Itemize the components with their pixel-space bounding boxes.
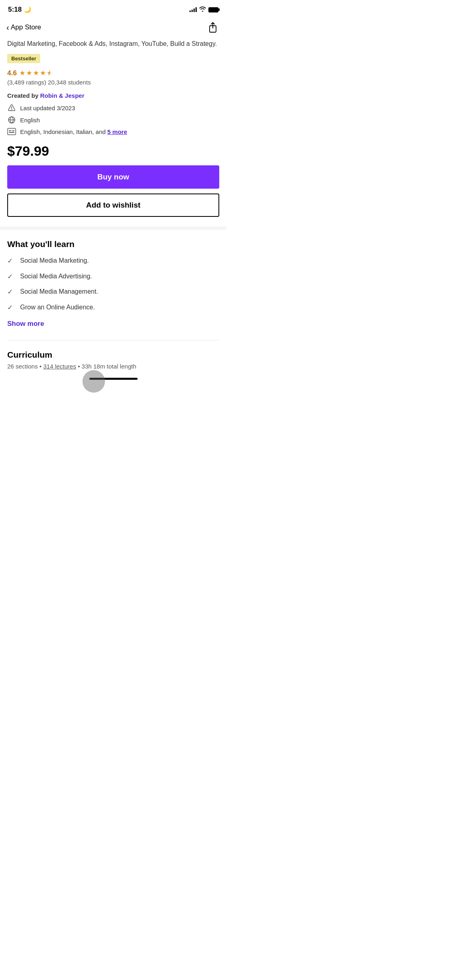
learn-section: What you'll learn ✓ Social Media Marketi… (0, 239, 226, 340)
language-text: English (20, 117, 40, 124)
learn-item-text: Social Media Advertising. (20, 272, 92, 281)
curriculum-divider (7, 340, 219, 340)
last-updated-row: Last updated 3/2023 (7, 104, 219, 112)
alert-icon (7, 104, 16, 112)
list-item: ✓ Social Media Marketing. (7, 256, 219, 265)
share-button[interactable] (206, 20, 220, 35)
star-1: ★ (19, 69, 25, 77)
svg-rect-5 (9, 132, 14, 133)
captions-icon (7, 128, 16, 135)
list-item: ✓ Social Media Management. (7, 287, 219, 296)
captions-more-link[interactable]: 5 more (107, 128, 127, 135)
star-5-half: ★ ★ (47, 69, 53, 77)
captions-text: English, Indonesian, Italian, and 5 more (20, 128, 127, 135)
list-item: ✓ Social Media Advertising. (7, 272, 219, 281)
moon-icon: 🌙 (24, 6, 31, 13)
checkmark-icon: ✓ (7, 257, 15, 265)
language-row: English (7, 116, 219, 124)
star-rating: ★ ★ ★ ★ ★ ★ (19, 69, 53, 77)
svg-rect-2 (8, 128, 16, 135)
section-divider (0, 226, 226, 230)
battery-icon (208, 7, 218, 12)
curriculum-meta: 26 sections • 314 lectures • 33h 18m tot… (7, 363, 219, 370)
signal-icon (189, 7, 197, 12)
checkmark-icon: ✓ (7, 288, 15, 296)
star-2: ★ (26, 69, 32, 77)
star-4: ★ (40, 69, 46, 77)
created-by-label: Created by (7, 92, 39, 99)
wishlist-button[interactable]: Add to wishlist (7, 194, 219, 217)
learn-item-text: Social Media Management. (20, 287, 98, 296)
curriculum-title: Curriculum (7, 350, 219, 360)
show-more-link[interactable]: Show more (7, 320, 44, 328)
rating-number: 4.6 (7, 69, 17, 77)
wifi-icon (199, 6, 206, 13)
last-updated-text: Last updated 3/2023 (20, 105, 75, 111)
author-link[interactable]: Robin & Jesper (40, 92, 84, 99)
status-time: 5:18 (8, 6, 22, 14)
share-icon (208, 22, 218, 33)
svg-rect-3 (9, 130, 11, 131)
main-content: Digital Marketing, Facebook & Ads, Insta… (0, 39, 226, 217)
bestseller-badge: Bestseller (7, 54, 40, 63)
nav-bar: ‹ App Store (0, 17, 226, 39)
buy-now-button[interactable]: Buy now (7, 165, 219, 189)
star-3: ★ (33, 69, 39, 77)
status-icons (189, 6, 218, 13)
ratings-count: (3,489 ratings) 20,348 students (7, 79, 219, 86)
rating-row: 4.6 ★ ★ ★ ★ ★ ★ (7, 69, 219, 77)
learn-item-text: Grow an Online Audience. (20, 303, 95, 312)
captions-row: English, Indonesian, Italian, and 5 more (7, 128, 219, 135)
curriculum-length: 33h 18m total length (82, 363, 136, 370)
back-button[interactable]: ‹ App Store (6, 23, 41, 32)
back-arrow-icon: ‹ (6, 23, 9, 32)
checkmark-icon: ✓ (7, 303, 15, 312)
course-title: Digital Marketing, Facebook & Ads, Insta… (7, 39, 219, 48)
list-item: ✓ Grow an Online Audience. (7, 303, 219, 312)
globe-icon (7, 116, 16, 124)
curriculum-section: Curriculum 26 sections • 314 lectures • … (0, 340, 226, 370)
learn-item-text: Social Media Marketing. (20, 256, 89, 265)
course-price: $79.99 (7, 143, 219, 159)
learn-list: ✓ Social Media Marketing. ✓ Social Media… (7, 256, 219, 312)
home-indicator (89, 378, 138, 380)
learn-section-title: What you'll learn (7, 239, 219, 249)
curriculum-sections: 26 sections (7, 363, 38, 370)
svg-rect-4 (12, 130, 14, 131)
touch-indicator (82, 370, 105, 393)
back-label: App Store (11, 23, 41, 31)
curriculum-lectures-link[interactable]: 314 lectures (43, 363, 76, 370)
status-bar: 5:18 🌙 (0, 0, 226, 17)
checkmark-icon: ✓ (7, 272, 15, 281)
created-by: Created by Robin & Jesper (7, 92, 219, 99)
